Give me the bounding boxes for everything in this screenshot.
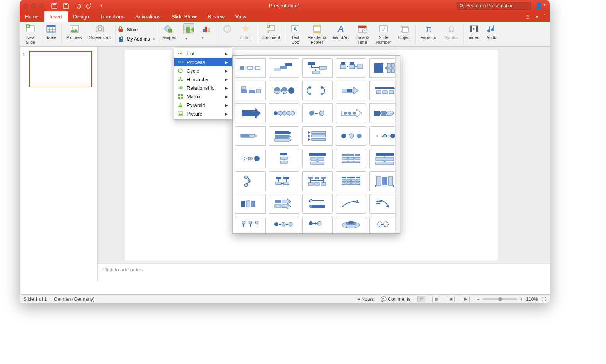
gallery-item[interactable] — [336, 217, 366, 233]
equation-button[interactable]: π▾ Equation — [417, 23, 440, 45]
gallery-item[interactable] — [235, 149, 266, 168]
gallery-item[interactable] — [235, 217, 266, 233]
gallery-item[interactable] — [269, 194, 299, 214]
close-window-icon[interactable] — [23, 4, 28, 8]
gallery-item[interactable] — [302, 103, 333, 123]
smartart-menu-process[interactable]: Process▶ — [174, 58, 232, 66]
gallery-item[interactable] — [369, 103, 395, 123]
gallery-item[interactable] — [235, 58, 266, 78]
tab-slideshow[interactable]: Slide Show — [166, 11, 202, 22]
header-footer-button[interactable]: Header & Footer — [305, 23, 329, 45]
zoom-window-icon[interactable] — [39, 4, 44, 8]
tab-design[interactable]: Design — [68, 11, 94, 22]
notes-pane[interactable]: Click to add notes — [98, 263, 550, 282]
gallery-item[interactable] — [336, 149, 366, 168]
textbox-button[interactable]: A Text Box — [287, 23, 304, 45]
gallery-item[interactable] — [235, 171, 266, 191]
pictures-button[interactable]: ▾ Pictures — [63, 23, 85, 45]
wordart-button[interactable]: A▾ WordArt — [330, 23, 352, 45]
tab-view[interactable]: View — [230, 11, 252, 22]
gallery-item[interactable] — [369, 217, 395, 233]
sorter-view-button[interactable]: ▦ — [432, 296, 440, 302]
video-button[interactable]: ▾ Video — [465, 23, 483, 45]
smartart-menu-relationship[interactable]: Relationship▶ — [174, 84, 232, 92]
slide-thumbnail-1[interactable] — [29, 51, 92, 87]
gallery-item[interactable] — [235, 194, 266, 214]
gallery-scrollbar[interactable] — [395, 56, 400, 233]
object-button[interactable]: Object — [395, 23, 414, 45]
gallery-item[interactable] — [369, 194, 395, 214]
zoom-level[interactable]: 110% — [526, 296, 538, 302]
my-addins-button[interactable]: My Add-ins▾ — [117, 36, 155, 43]
smartart-menu-cycle[interactable]: Cycle▶ — [174, 66, 232, 75]
notes-toggle[interactable]: ≡ Notes — [357, 296, 374, 302]
tab-review[interactable]: Review — [202, 11, 230, 22]
gallery-item[interactable] — [302, 194, 333, 214]
gallery-item[interactable] — [235, 103, 266, 123]
gallery-item[interactable] — [336, 171, 366, 191]
gallery-item[interactable] — [336, 58, 366, 78]
gallery-item[interactable] — [336, 126, 366, 146]
save-icon[interactable] — [62, 2, 70, 9]
gallery-item[interactable] — [302, 58, 333, 78]
tab-transitions[interactable]: Transitions — [94, 11, 130, 22]
audio-button[interactable]: ▾ Audio — [483, 23, 501, 45]
gallery-item[interactable] — [302, 81, 333, 100]
smartart-menu-matrix[interactable]: Matrix▶ — [174, 92, 232, 101]
undo-icon[interactable] — [74, 2, 81, 9]
new-slide-button[interactable]: New Slide — [22, 23, 39, 45]
customize-qat-icon[interactable]: ▾ — [98, 2, 105, 9]
zoom-slider[interactable] — [483, 298, 517, 300]
screenshot-button[interactable]: ▾ Screenshot — [86, 23, 114, 45]
smartart-menu-pyramid[interactable]: Pyramid▶ — [174, 101, 232, 109]
gallery-item[interactable]: ›()› — [369, 126, 395, 146]
search-field[interactable] — [466, 3, 528, 9]
comment-button[interactable]: Comment — [258, 23, 283, 45]
minimize-window-icon[interactable] — [31, 4, 36, 8]
window-controls[interactable] — [23, 4, 44, 8]
feedback-icon[interactable]: ☺ — [525, 13, 531, 20]
gallery-item[interactable] — [302, 217, 333, 233]
gallery-item[interactable] — [336, 194, 366, 214]
fit-to-window-button[interactable]: ⛶ — [541, 296, 546, 302]
gallery-item[interactable] — [269, 149, 299, 168]
gallery-item[interactable] — [369, 149, 395, 168]
redo-icon[interactable] — [86, 2, 93, 9]
gallery-item[interactable] — [369, 171, 395, 191]
gallery-item[interactable] — [269, 171, 299, 191]
table-button[interactable]: ▾ Table — [43, 23, 60, 45]
zoom-in-button[interactable]: + — [520, 296, 523, 302]
smartart-button[interactable]: ▾ — [180, 23, 197, 45]
gallery-scroll[interactable]: ›()› — [233, 56, 395, 233]
slide-thumbnails-panel[interactable]: 1 — [20, 47, 98, 282]
gallery-item[interactable] — [269, 217, 299, 233]
chart-button[interactable]: ▾ — [198, 23, 215, 45]
smartart-menu-picture[interactable]: Picture▶ — [174, 109, 232, 118]
tab-home[interactable]: Home — [20, 11, 44, 22]
comments-toggle[interactable]: 💬 Comments — [381, 296, 410, 302]
collapse-ribbon-icon[interactable]: ˆ — [544, 14, 545, 20]
gallery-item[interactable] — [302, 126, 333, 146]
slideshow-view-button[interactable]: ▶ — [462, 296, 470, 302]
file-menu-icon[interactable] — [51, 2, 58, 9]
gallery-item[interactable] — [269, 81, 299, 100]
date-time-button[interactable]: Date & Time — [353, 23, 372, 45]
gallery-item[interactable] — [336, 81, 366, 100]
smartart-menu-hierarchy[interactable]: Hierarchy▶ — [174, 75, 232, 84]
tab-animations[interactable]: Animations — [130, 11, 166, 22]
status-language[interactable]: German (Germany) — [54, 296, 94, 302]
share-icon[interactable]: 👤⁺ — [535, 2, 546, 9]
gallery-item[interactable] — [269, 58, 299, 78]
gallery-item[interactable] — [302, 149, 333, 168]
gallery-item[interactable] — [336, 103, 366, 123]
normal-view-button[interactable]: ▭ — [417, 296, 425, 302]
gallery-item[interactable] — [269, 103, 299, 123]
tab-insert[interactable]: Insert — [44, 11, 68, 22]
zoom-out-button[interactable]: − — [477, 296, 479, 302]
gallery-item[interactable] — [269, 126, 299, 146]
search-input[interactable] — [457, 2, 531, 10]
gallery-item[interactable] — [369, 81, 395, 100]
smartart-menu-list[interactable]: List▶ — [174, 49, 232, 58]
shapes-button[interactable]: ▾ Shapes — [159, 23, 179, 45]
gallery-item[interactable] — [369, 58, 395, 78]
